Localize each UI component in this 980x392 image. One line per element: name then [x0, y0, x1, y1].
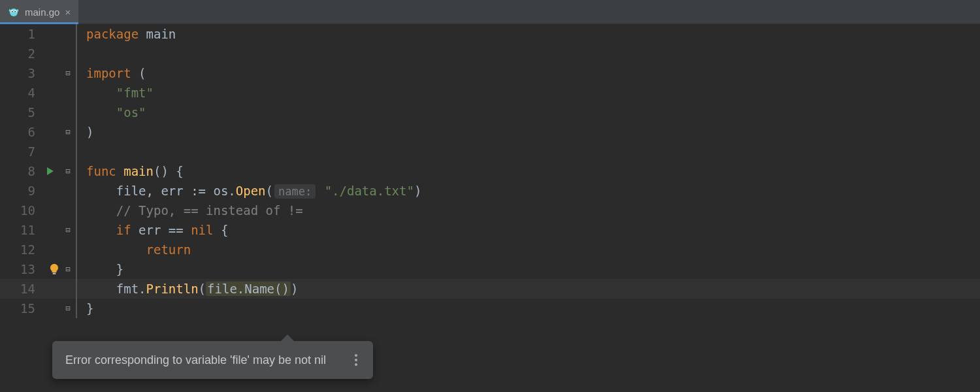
line-number: 12 — [0, 240, 41, 259]
code-line[interactable]: "fmt" — [77, 83, 154, 103]
fold-toggle[interactable]: ⊟ — [60, 122, 76, 142]
tab-bar: main.go × — [0, 0, 980, 24]
run-gutter-icon[interactable] — [41, 167, 60, 176]
svg-point-0 — [10, 8, 18, 16]
code-line[interactable]: } — [77, 299, 93, 318]
close-icon[interactable]: × — [65, 7, 71, 17]
fold-toggle[interactable]: ⊟ — [60, 161, 76, 181]
line-number: 4 — [0, 83, 41, 103]
go-gopher-icon — [8, 6, 20, 18]
line-number: 3 — [0, 63, 41, 83]
line-number: 11 — [0, 220, 41, 240]
code-line[interactable]: "os" — [77, 103, 146, 122]
code-editor[interactable]: 1 package main 2 3 ⊟ import ( 4 "fmt" 5 … — [0, 24, 980, 318]
fold-toggle[interactable]: ⊟ — [60, 259, 76, 279]
inspection-tooltip: Error corresponding to variable 'file' m… — [52, 341, 373, 379]
line-number: 8 — [0, 161, 41, 181]
line-number: 6 — [0, 122, 41, 142]
line-number: 13 — [0, 259, 41, 279]
svg-point-5 — [9, 9, 10, 12]
code-line[interactable]: } — [77, 259, 123, 279]
line-number: 14 — [0, 279, 41, 299]
line-number: 7 — [0, 142, 41, 161]
parameter-hint: name: — [274, 184, 316, 199]
code-line[interactable]: package main — [77, 24, 176, 44]
code-line[interactable]: ) — [77, 122, 93, 142]
code-line[interactable]: return — [77, 240, 191, 259]
line-number: 1 — [0, 24, 41, 44]
line-number: 2 — [0, 44, 41, 63]
line-number: 10 — [0, 201, 41, 220]
fold-toggle[interactable]: ⊟ — [60, 63, 76, 83]
tooltip-message: Error corresponding to variable 'file' m… — [65, 350, 326, 370]
more-actions-icon[interactable] — [352, 351, 360, 368]
line-number: 9 — [0, 181, 41, 201]
svg-marker-7 — [47, 167, 54, 175]
fold-toggle[interactable]: ⊟ — [60, 220, 76, 240]
inspection-highlight[interactable]: file.Name() — [206, 282, 291, 296]
code-line[interactable]: fmt.Println(file.Name()) — [77, 279, 298, 299]
tab-main-go[interactable]: main.go × — [0, 0, 78, 24]
intention-bulb-icon[interactable] — [41, 263, 60, 275]
svg-rect-8 — [53, 273, 56, 275]
svg-point-6 — [17, 9, 18, 12]
fold-toggle[interactable]: ⊟ — [60, 299, 76, 318]
line-number: 5 — [0, 103, 41, 122]
code-line[interactable]: // Typo, == instead of != — [77, 201, 303, 220]
svg-point-4 — [14, 11, 16, 12]
tab-label: main.go — [25, 7, 59, 18]
line-number: 15 — [0, 299, 41, 318]
code-line[interactable]: file, err := os.Open(name: "./data.txt") — [77, 181, 421, 201]
code-line[interactable]: func main() { — [77, 161, 184, 181]
code-line[interactable]: if err == nil { — [77, 220, 228, 240]
code-line[interactable]: import ( — [77, 63, 146, 83]
svg-point-3 — [12, 11, 13, 12]
